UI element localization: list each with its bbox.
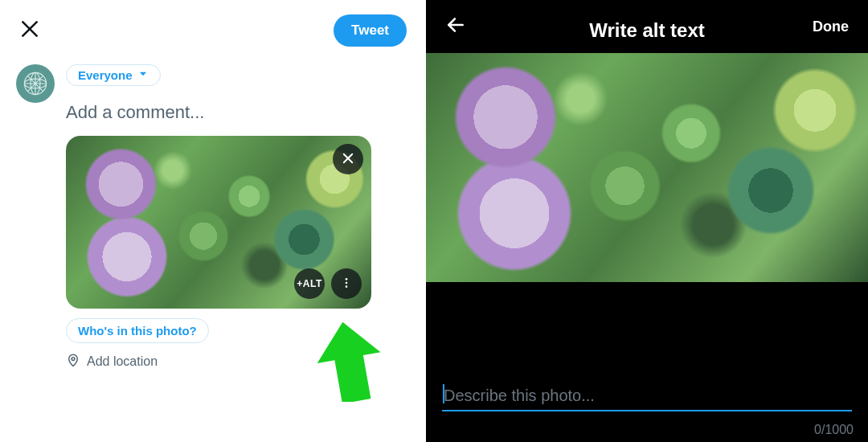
add-location-label: Add location bbox=[87, 354, 158, 369]
svg-point-10 bbox=[72, 358, 75, 361]
chevron-down-icon bbox=[137, 68, 149, 82]
more-icon bbox=[340, 276, 353, 292]
tag-people-button[interactable]: Who's in this photo? bbox=[66, 318, 209, 343]
avatar bbox=[16, 64, 55, 103]
location-pin-icon bbox=[66, 353, 80, 370]
alt-text-input[interactable] bbox=[442, 382, 852, 411]
media-more-button[interactable] bbox=[331, 268, 362, 299]
tweet-button[interactable]: Tweet bbox=[334, 14, 407, 47]
attached-media: +ALT bbox=[66, 136, 371, 309]
arrow-left-icon bbox=[445, 24, 466, 38]
page-title: Write alt text bbox=[589, 19, 705, 42]
done-button[interactable]: Done bbox=[813, 18, 849, 35]
add-location-button[interactable]: Add location bbox=[66, 353, 410, 370]
close-icon bbox=[341, 151, 355, 168]
back-button[interactable] bbox=[445, 14, 466, 39]
media-image bbox=[66, 136, 371, 309]
audience-label: Everyone bbox=[78, 68, 133, 82]
comment-input[interactable]: Add a comment... bbox=[66, 86, 410, 136]
close-icon[interactable] bbox=[19, 18, 40, 43]
compose-tweet-pane: Tweet Everyone Add a comment... bbox=[0, 0, 426, 442]
remove-media-button[interactable] bbox=[333, 144, 363, 174]
media-image bbox=[426, 53, 868, 282]
character-counter: 0/1000 bbox=[814, 423, 854, 437]
add-alt-text-button[interactable]: +ALT bbox=[294, 268, 325, 299]
alt-text-editor-pane: Write alt text Done 0/1000 bbox=[426, 0, 868, 442]
svg-point-8 bbox=[346, 281, 348, 284]
svg-point-7 bbox=[346, 278, 348, 280]
audience-selector[interactable]: Everyone bbox=[66, 64, 161, 86]
media-preview bbox=[426, 53, 868, 282]
alt-badge-label: +ALT bbox=[297, 278, 321, 289]
svg-point-9 bbox=[346, 285, 348, 288]
